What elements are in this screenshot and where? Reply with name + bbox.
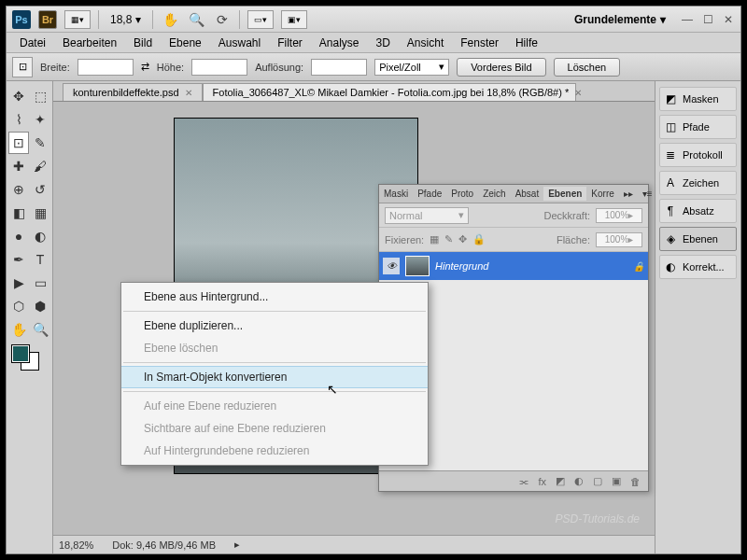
heal-tool[interactable]: ✚ [8,155,29,177]
resolution-input[interactable] [311,59,367,76]
dodge-tool[interactable]: ◐ [30,225,50,247]
blur-tool[interactable]: ● [8,225,29,247]
move-tool[interactable]: ✥ [8,85,29,107]
zoom-tool[interactable]: 🔍 [30,318,50,341]
zoom-tool-icon[interactable]: 🔍 [187,10,205,29]
gradient-tool[interactable]: ▦ [30,202,50,224]
layer-thumbnail[interactable] [405,256,430,276]
menu-filter[interactable]: Filter [270,35,310,51]
new-layer-icon[interactable]: ▣ [612,475,621,487]
marquee-tool[interactable]: ⬚ [30,85,50,107]
menu-ebene[interactable]: Ebene [162,35,209,51]
stamp-tool[interactable]: ⊕ [8,178,29,201]
menu-analyse[interactable]: Analyse [312,35,367,51]
hand-tool-icon[interactable]: ✋ [161,10,179,29]
group-icon[interactable]: ▢ [593,475,602,487]
screenmode-dropdown[interactable]: ▣▾ [281,10,307,29]
doc-tab-1[interactable]: konturenbildeffekte.psd✕ [63,83,203,101]
close-icon[interactable]: ✕ [185,88,192,98]
panel-scroll-icon[interactable]: ▸▸ [619,187,638,201]
ctx-layer-from-bg[interactable]: Ebene aus Hintergrund... [121,286,428,308]
label-height: Höhe: [157,62,184,73]
dock-zeichen[interactable]: AZeichen [659,171,737,195]
label-width: Breite: [40,62,70,73]
swap-icon[interactable]: ⇄ [141,61,149,73]
lock-pos-icon[interactable]: ✥ [458,233,467,245]
panel-tab[interactable]: Pfade [413,187,446,201]
dock-pfade[interactable]: ◫Pfade [659,115,737,139]
link-icon[interactable]: ⫘ [518,476,529,487]
lasso-tool[interactable]: ⌇ [8,108,29,131]
panel-menu-icon[interactable]: ▾≡ [638,187,657,201]
dock-ebenen[interactable]: ◈Ebenen [659,227,737,251]
menu-datei[interactable]: Datei [12,35,53,51]
fx-icon[interactable]: fx [538,476,546,487]
bridge-logo-icon[interactable]: Br [38,10,57,29]
menu-fenster[interactable]: Fenster [453,35,506,51]
layer-row-background[interactable]: 👁 Hintergrund 🔒 [379,252,648,280]
label-resolution: Auflösung: [255,62,303,73]
hand-tool[interactable]: ✋ [8,318,29,341]
lock-all-icon[interactable]: 🔒 [472,233,486,245]
clear-button[interactable]: Löschen [554,58,621,77]
3d-camera-tool[interactable]: ⬢ [30,295,50,317]
panel-tab[interactable]: Proto [446,187,478,201]
layout-dropdown[interactable]: ▦▾ [64,10,91,29]
lock-trans-icon[interactable]: ▦ [430,233,439,245]
mask-icon[interactable]: ◩ [556,475,565,487]
pen-tool[interactable]: ✒ [8,248,29,271]
panel-tab[interactable]: Absat [511,187,544,201]
brush-tool[interactable]: 🖌 [30,155,50,177]
close-button[interactable]: ✕ [722,13,735,26]
type-tool[interactable]: T [30,248,50,271]
panel-tab-ebenen[interactable]: Ebenen [543,187,586,201]
maximize-button[interactable]: ☐ [701,13,714,26]
status-zoom[interactable]: 18,82% [59,539,93,551]
eraser-tool[interactable]: ◧ [8,202,29,224]
3d-tool[interactable]: ⬡ [8,295,29,317]
right-dock: ◩Masken ◫Pfade ≣Protokoll AZeichen ¶Absa… [655,81,740,553]
crop-tool-icon[interactable]: ⊡ [12,57,33,77]
eyedropper-tool[interactable]: ✎ [30,132,50,154]
history-brush-tool[interactable]: ↺ [30,178,50,201]
wand-tool[interactable]: ✦ [30,108,50,131]
path-select-tool[interactable]: ▶ [8,272,29,294]
crop-tool[interactable]: ⊡ [8,132,29,154]
arrange-dropdown[interactable]: ▭▾ [247,10,274,29]
menu-bild[interactable]: Bild [126,35,160,51]
panel-tab[interactable]: Korre [586,187,618,201]
doc-tab-2[interactable]: Fotolia_3066487_XL© Mikael Damkier - Fot… [203,83,576,101]
menu-auswahl[interactable]: Auswahl [211,35,268,51]
workspace-selector[interactable]: Grundelemente ▾ [567,13,673,26]
shape-tool[interactable]: ▭ [30,272,50,294]
adjust-layer-icon[interactable]: ◐ [574,475,584,487]
menu-bearbeiten[interactable]: Bearbeiten [55,35,124,51]
rotate-view-icon[interactable]: ⟳ [213,10,232,29]
dock-absatz[interactable]: ¶Absatz [659,199,737,223]
ctx-duplicate-layer[interactable]: Ebene duplizieren... [121,315,428,337]
minimize-button[interactable]: — [681,13,694,26]
dock-masken[interactable]: ◩Masken [659,87,737,111]
dock-korrekt[interactable]: ◐Korrekt... [659,255,737,279]
width-input[interactable] [78,59,134,76]
trash-icon[interactable]: 🗑 [630,476,641,487]
opacity-input[interactable]: 100% ▸ [596,208,642,223]
zoom-display[interactable]: 18,8 ▾ [106,13,145,26]
fill-input[interactable]: 100% ▸ [596,232,642,247]
panel-tab[interactable]: Maski [379,187,413,201]
menu-ansicht[interactable]: Ansicht [400,35,451,51]
visibility-icon[interactable]: 👁 [383,258,400,274]
unit-select[interactable]: Pixel/Zoll▾ [374,59,449,76]
ctx-convert-smartobject[interactable]: In Smart-Objekt konvertieren [121,366,428,388]
panel-tab[interactable]: Zeich [478,187,510,201]
front-image-button[interactable]: Vorderes Bild [457,58,545,77]
color-swatch[interactable] [8,345,50,373]
layer-name[interactable]: Hintergrund [435,260,488,272]
lock-pixel-icon[interactable]: ✎ [444,233,453,245]
menu-3d[interactable]: 3D [369,35,398,51]
dock-protokoll[interactable]: ≣Protokoll [659,143,737,167]
blend-mode-select[interactable]: Normal▾ [385,207,469,224]
close-icon[interactable]: ✕ [574,88,582,98]
menu-hilfe[interactable]: Hilfe [508,35,545,51]
height-input[interactable] [191,59,247,76]
